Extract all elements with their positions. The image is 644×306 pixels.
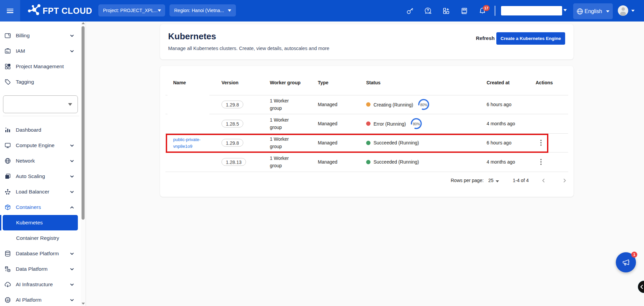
compute-engine-icon (4, 142, 11, 149)
chevron-down-icon (606, 10, 609, 12)
rows-per-page-value[interactable]: 25 (488, 178, 494, 183)
created-at-cell: 4 months ago (487, 121, 515, 126)
sidebar-item-compute-engine[interactable]: Compute Engine (0, 138, 81, 153)
sidebar-item-label: Data Platform (16, 266, 48, 272)
version-cell: 1.29.8 (221, 101, 243, 108)
language-selector[interactable]: English (573, 3, 613, 19)
region-selector-label: Region: Hanoi (Vietna... (174, 8, 224, 13)
create-kubernetes-engine-button[interactable]: Create a Kubernetes Engine (496, 32, 565, 45)
sidebar-item-iam[interactable]: IAM (0, 43, 81, 59)
sidebar-item-billing[interactable]: Billing (0, 28, 81, 43)
sidebar-scrollbar[interactable] (81, 21, 86, 306)
chevron-down-icon (68, 103, 72, 106)
status-dot (366, 141, 370, 145)
row-actions-menu-button[interactable] (539, 159, 543, 165)
ai-platform-icon: AI (4, 297, 11, 303)
column-header-worker-group: Worker group (270, 66, 301, 95)
chevron-down-icon[interactable] (631, 10, 635, 12)
sidebar-item-project-management[interactable]: Project Management (0, 59, 81, 74)
chevron-down-icon[interactable] (563, 9, 567, 11)
apps-grid-icon[interactable] (440, 5, 452, 16)
iam-icon (4, 48, 11, 54)
project-selector[interactable]: Project: PROJECT_XPL... (98, 4, 165, 16)
progress-ring: 80% (410, 118, 423, 130)
sidebar-item-label: AI Platform (16, 297, 42, 303)
status-dot (366, 102, 370, 107)
sidebar-item-containers[interactable]: Containers (0, 200, 81, 215)
sidebar-item-label: Dashboard (16, 127, 41, 133)
sidebar-nav: BillingIAMProject ManagementTaggingDashb… (0, 21, 86, 306)
scrollbar-thumb[interactable] (82, 26, 85, 220)
chevron-down-icon (69, 251, 75, 257)
next-page-button[interactable] (560, 176, 568, 184)
sidebar-item-database-platform[interactable]: Database Platform (0, 246, 81, 261)
table-row: public-private-vnp8e1o91.29.81 Worker gr… (160, 133, 574, 152)
region-selector[interactable]: Region: Hanoi (Vietna... (169, 4, 236, 16)
column-header-status: Status (366, 66, 381, 95)
scrollbar-down-arrow-icon[interactable] (82, 303, 85, 305)
progress-label: 80% (410, 118, 423, 130)
sidebar-item-label: Container Registry (16, 235, 59, 241)
hamburger-menu-button[interactable] (0, 0, 20, 21)
sidebar-item-label: Project Management (16, 63, 64, 70)
sidebar-item-data-platform[interactable]: Data Platform (0, 261, 81, 277)
sidebar-item-ai-infrastructure[interactable]: AI Infrastructure (0, 277, 81, 292)
megaphone-icon (621, 257, 631, 267)
page-title: Kubernetes (168, 31, 216, 42)
topbar-account-select[interactable] (501, 6, 562, 15)
sidebar-item-label: Load Balancer (16, 189, 49, 195)
sidebar-divider (3, 116, 79, 116)
announcements-fab[interactable]: 1 (616, 252, 636, 272)
user-avatar[interactable] (618, 5, 628, 16)
cluster-name-link[interactable]: public-private-vnp8e1o9 (173, 136, 214, 149)
sidebar-item-container-registry[interactable]: Container Registry (0, 230, 81, 246)
data-platform-icon (4, 266, 11, 272)
sidebar-filter-select[interactable] (3, 95, 78, 113)
status-cell: Creating (Running) 80% (366, 98, 430, 111)
database-platform-icon (4, 250, 11, 257)
previous-page-button[interactable] (539, 176, 547, 184)
version-cell: 1.28.13 (221, 158, 246, 166)
row-actions-menu-button[interactable] (539, 140, 543, 146)
type-cell: Managed (318, 102, 337, 107)
chevron-down-icon (69, 266, 75, 272)
version-cell: 1.29.8 (221, 139, 243, 147)
sidebar-item-tagging[interactable]: Tagging (0, 74, 81, 90)
topbar-icon-group: 17 (404, 0, 495, 21)
refresh-button[interactable]: Refresh (475, 34, 496, 42)
fab-badge: 1 (631, 252, 637, 258)
status-cell: Succeeded (Running) (366, 140, 419, 145)
help-chat-icon[interactable] (422, 5, 434, 16)
key-icon[interactable] (404, 5, 415, 16)
top-bar: FPT CLOUD Project: PROJECT_XPL... Region… (0, 0, 644, 21)
docs-book-icon[interactable] (458, 5, 470, 16)
status-dot (366, 160, 370, 164)
main-content: Kubernetes Manage all Kubernetes cluster… (86, 21, 644, 306)
created-at-cell: 6 hours ago (487, 102, 511, 107)
logo-molecule-icon (28, 3, 41, 18)
notification-bell-icon[interactable]: 17 (477, 5, 488, 16)
sidebar-item-label: Kubernetes (16, 220, 43, 226)
status-label: Creating (Running) (374, 102, 413, 107)
version-chip: 1.29.8 (221, 101, 243, 108)
type-cell: Managed (318, 121, 337, 126)
sidebar-item-ai-platform[interactable]: AIAI Platform (0, 292, 81, 306)
sidebar-item-network[interactable]: Network (0, 153, 81, 169)
sidebar-item-dashboard[interactable]: Dashboard (0, 122, 81, 138)
worker-group-cell: 1 Worker group (270, 117, 298, 131)
pagination-range-label: 1-4 of 4 (513, 178, 529, 183)
sidebar-item-load-balancer[interactable]: Load Balancer (0, 184, 81, 200)
sidebar-item-label: AI Infrastructure (16, 281, 53, 288)
sidebar-item-auto-scaling[interactable]: Auto Scaling (0, 169, 81, 184)
tagging-icon (4, 79, 11, 85)
status-cell: Succeeded (Running) (366, 159, 419, 165)
sidebar-item-label: IAM (16, 48, 25, 54)
scrollbar-up-arrow-icon[interactable] (82, 22, 85, 24)
chevron-down-icon (69, 281, 75, 288)
chevron-down-icon (69, 142, 75, 148)
sidebar-item-kubernetes[interactable]: Kubernetes (0, 215, 81, 230)
project-management-icon (4, 63, 11, 70)
project-selector-label: Project: PROJECT_XPL... (103, 8, 158, 13)
chevron-down-icon[interactable] (496, 180, 499, 182)
chevron-down-icon (69, 33, 75, 39)
